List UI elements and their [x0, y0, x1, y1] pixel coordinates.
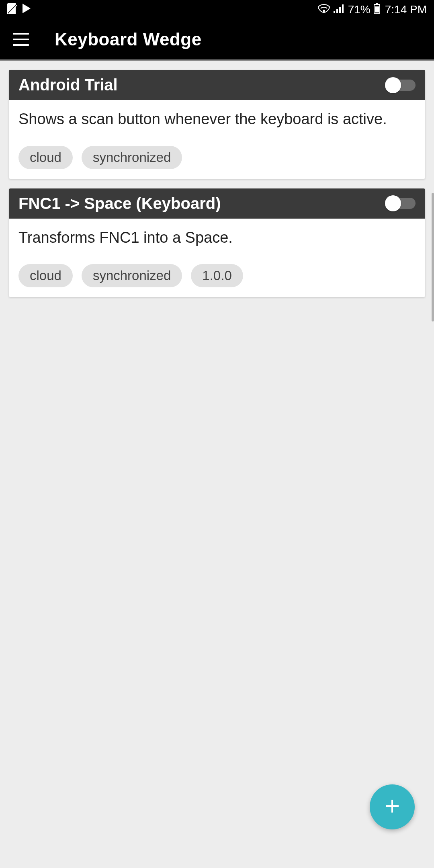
battery-icon [374, 3, 380, 16]
status-bar: 71% 7:14 PM [0, 0, 434, 19]
card-description: Shows a scan button whenever the keyboar… [18, 110, 416, 129]
svg-rect-3 [334, 11, 335, 13]
card-description: Transforms FNC1 into a Space. [18, 228, 416, 248]
app-bar: Keyboard Wedge [0, 19, 434, 61]
svg-point-2 [323, 10, 325, 12]
status-right: 71% 7:14 PM [317, 3, 427, 16]
menu-icon[interactable] [13, 33, 29, 46]
card-title: FNC1 -> Space (Keyboard) [18, 194, 221, 213]
chip-version: 1.0.0 [191, 264, 243, 287]
battery-percent: 71% [348, 3, 371, 16]
card-header: FNC1 -> Space (Keyboard) [9, 188, 425, 219]
scrollbar[interactable] [432, 193, 434, 321]
add-button[interactable] [370, 784, 415, 829]
svg-rect-6 [342, 4, 344, 13]
svg-rect-5 [339, 7, 341, 13]
chip-cloud: cloud [18, 264, 73, 287]
status-left [7, 3, 32, 17]
chip-synchronized: synchronized [82, 146, 182, 169]
chip-row: cloud synchronized [18, 146, 416, 169]
play-store-icon [22, 3, 32, 17]
setting-card[interactable]: Android Trial Shows a scan button whenev… [9, 70, 425, 179]
plus-icon [384, 798, 400, 816]
card-body: Shows a scan button whenever the keyboar… [9, 100, 425, 179]
setting-card[interactable]: FNC1 -> Space (Keyboard) Transforms FNC1… [9, 188, 425, 297]
card-body: Transforms FNC1 into a Space. cloud sync… [9, 219, 425, 297]
wifi-icon [317, 3, 330, 16]
status-time: 7:14 PM [385, 3, 427, 16]
card-title: Android Trial [18, 76, 118, 94]
svg-rect-4 [336, 9, 338, 13]
chip-row: cloud synchronized 1.0.0 [18, 264, 416, 287]
svg-rect-9 [375, 6, 379, 12]
toggle-thumb [385, 77, 401, 93]
chip-cloud: cloud [18, 146, 73, 169]
toggle-thumb [385, 195, 401, 211]
chip-synchronized: synchronized [82, 264, 182, 287]
signal-icon [334, 3, 345, 16]
toggle-switch[interactable] [387, 80, 416, 91]
toggle-switch[interactable] [387, 198, 416, 209]
card-header: Android Trial [9, 70, 425, 100]
content-area: Android Trial Shows a scan button whenev… [0, 61, 434, 315]
sim-icon [7, 3, 17, 17]
svg-rect-11 [386, 805, 399, 807]
page-title: Keyboard Wedge [55, 29, 202, 49]
